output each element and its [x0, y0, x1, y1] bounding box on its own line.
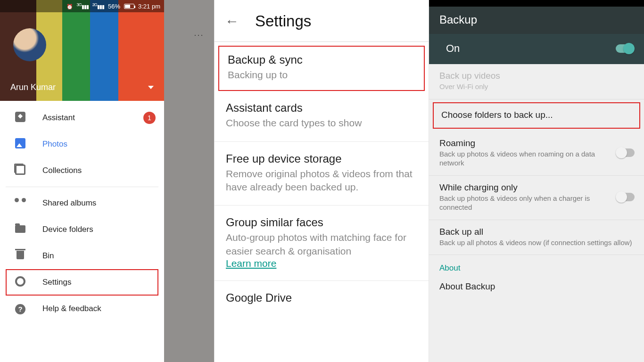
page-title: Settings: [255, 12, 311, 30]
nav-label: Collections: [42, 166, 82, 175]
setting-title: Free up device storage: [226, 152, 419, 165]
battery-percent: 56%: [108, 3, 120, 10]
shared-icon: [14, 198, 26, 209]
notification-badge: 1: [143, 112, 156, 124]
nav-collections[interactable]: Collections: [0, 157, 164, 184]
nav-shared-albums[interactable]: Shared albums: [0, 190, 164, 216]
avatar[interactable]: [13, 28, 46, 61]
user-name: Arun Kumar: [10, 82, 56, 92]
gear-icon: [14, 276, 26, 289]
section-header-about: About: [429, 255, 644, 275]
nav-assistant[interactable]: Assistant 1: [0, 105, 164, 131]
setting-title: Google Drive: [226, 291, 419, 304]
nav-label: Bin: [42, 251, 54, 261]
collections-icon: [14, 165, 26, 177]
nav-label: Photos: [42, 140, 67, 149]
row-subtitle: Back up all photos & videos now (if conn…: [439, 238, 635, 247]
account-switcher[interactable]: Arun Kumar: [10, 82, 154, 92]
nav-settings[interactable]: Settings: [6, 269, 158, 296]
nav-label: Assistant: [42, 113, 75, 123]
overflow-menu-icon[interactable]: ⋮: [193, 31, 205, 41]
signal-3g-icon: 3G▮▮▮: [77, 2, 89, 10]
drawer-nav: Assistant 1 Photos Collections Shared al…: [0, 101, 164, 326]
photos-icon: [14, 138, 26, 151]
backup-appbar: Backup: [429, 7, 644, 34]
toggle-label: On: [446, 42, 460, 55]
status-bar-dark: [429, 0, 644, 7]
learn-more-link[interactable]: Learn more: [226, 258, 276, 269]
assistant-icon: [14, 112, 26, 124]
settings-panel: ← Settings Backup & sync Backing up to A…: [215, 0, 429, 362]
row-title: While charging only: [439, 182, 610, 193]
drawer-scrim[interactable]: ⋮: [164, 0, 214, 362]
setting-subtitle: Backing up to: [228, 68, 416, 82]
folder-icon: [14, 224, 26, 235]
help-icon: ?: [14, 303, 26, 314]
row-backup-all[interactable]: Back up all Back up all photos & videos …: [429, 220, 644, 255]
settings-list: Backup & sync Backing up to Assistant ca…: [215, 42, 429, 362]
signal-2g-icon: 2G▮▮▮: [92, 2, 104, 10]
row-title: Back up videos: [439, 71, 635, 81]
nav-bin[interactable]: Bin: [0, 243, 164, 269]
setting-group-faces[interactable]: Group similar faces Auto-group photos wi…: [215, 206, 429, 281]
alarm-icon: [66, 3, 73, 10]
trash-icon: [14, 251, 26, 262]
toggle-switch[interactable]: [617, 148, 635, 157]
nav-label: Shared albums: [42, 198, 96, 208]
setting-subtitle: Remove original photos & videos from tha…: [226, 167, 419, 194]
row-subtitle: Over Wi-Fi only: [439, 82, 635, 91]
setting-title: Backup & sync: [228, 53, 416, 66]
setting-title: Assistant cards: [226, 101, 419, 115]
setting-subtitle: Choose the card types to show: [226, 116, 419, 130]
setting-title: Group similar faces: [226, 216, 419, 229]
divider: [6, 187, 158, 187]
setting-assistant-cards[interactable]: Assistant cards Choose the card types to…: [215, 91, 429, 141]
row-while-charging[interactable]: While charging only Back up photos & vid…: [429, 176, 644, 220]
page-title: Backup: [439, 13, 477, 26]
setting-subtitle: Auto-group photos with matching face for…: [226, 231, 419, 258]
nav-label: Settings: [42, 278, 71, 287]
row-title: Roaming: [439, 138, 610, 148]
row-title: Back up all: [439, 227, 635, 237]
status-time: 3:21 pm: [138, 3, 160, 10]
setting-free-up-storage[interactable]: Free up device storage Remove original p…: [215, 142, 429, 206]
row-choose-folders[interactable]: Choose folders to back up...: [433, 102, 640, 129]
chevron-down-icon: [148, 86, 154, 89]
row-backup-videos[interactable]: Back up videos Over Wi-Fi only: [429, 64, 644, 99]
setting-backup-sync[interactable]: Backup & sync Backing up to: [218, 46, 425, 91]
settings-appbar: ← Settings: [215, 0, 429, 42]
status-bar: 3G▮▮▮ 2G▮▮▮ 56% 3:21 pm: [0, 0, 164, 12]
nav-label: Device folders: [42, 225, 93, 234]
row-subtitle: Back up photos & videos only when a char…: [439, 194, 610, 212]
drawer-header: 3G▮▮▮ 2G▮▮▮ 56% 3:21 pm Arun Kumar: [0, 0, 164, 101]
toggle-switch[interactable]: [616, 44, 634, 53]
nav-photos[interactable]: Photos: [0, 131, 164, 157]
backup-master-toggle-row[interactable]: On: [429, 34, 644, 64]
backup-panel: Backup On Back up videos Over Wi-Fi only…: [429, 0, 644, 362]
row-about-backup[interactable]: About Backup: [429, 275, 644, 298]
back-arrow-icon[interactable]: ←: [225, 13, 239, 29]
row-subtitle: Back up photos & videos when roaming on …: [439, 149, 610, 168]
photos-drawer-panel: 3G▮▮▮ 2G▮▮▮ 56% 3:21 pm Arun Kumar Assis…: [0, 0, 215, 362]
row-title: Choose folders to back up...: [441, 110, 632, 120]
nav-help[interactable]: ? Help & feedback: [0, 296, 164, 322]
toggle-switch[interactable]: [617, 193, 635, 201]
row-roaming[interactable]: Roaming Back up photos & videos when roa…: [429, 132, 644, 176]
battery-icon: [124, 4, 134, 9]
nav-label: Help & feedback: [42, 304, 101, 313]
setting-google-drive[interactable]: Google Drive: [215, 281, 429, 318]
nav-device-folders[interactable]: Device folders: [0, 216, 164, 243]
